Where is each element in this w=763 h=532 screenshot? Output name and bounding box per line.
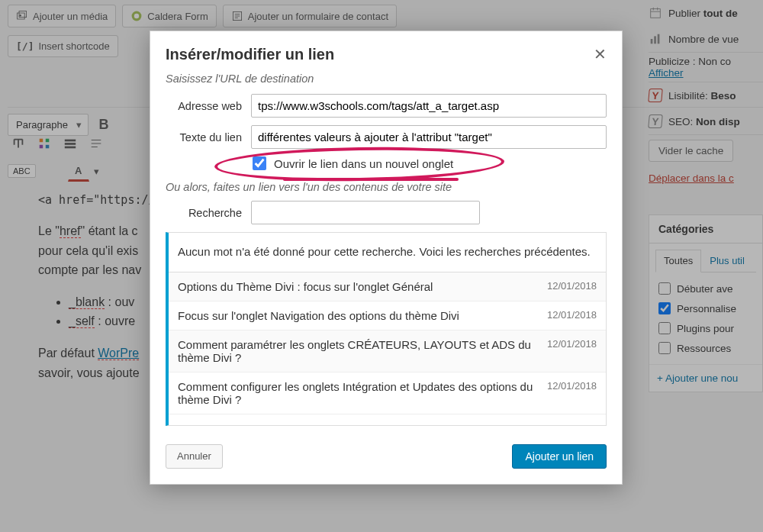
search-label: Recherche xyxy=(166,207,242,219)
close-icon[interactable]: ✕ xyxy=(594,45,607,63)
cancel-button[interactable]: Annuler xyxy=(166,444,223,469)
result-item[interactable]: Comment configurer les onglets Intégrati… xyxy=(169,372,606,414)
no-results-msg: Aucun mot n'a été donné pour cette reche… xyxy=(169,233,606,272)
result-item-partial: · · · xyxy=(169,414,606,425)
link-text-input[interactable] xyxy=(251,125,607,149)
modal-hint: Saisissez l'URL de destination xyxy=(166,73,607,85)
url-input[interactable] xyxy=(251,94,607,118)
result-item[interactable]: Comment paramétrer les onglets CRÉATEURS… xyxy=(169,330,606,372)
modal-title: Insérer/modifier un lien xyxy=(166,46,334,63)
search-input[interactable] xyxy=(251,201,480,224)
highlight-annotation xyxy=(283,178,459,181)
result-item[interactable]: Focus sur l'onglet Navigation des option… xyxy=(169,301,606,330)
result-item[interactable]: Options du Thème Divi : focus sur l'ongl… xyxy=(169,272,606,301)
url-label: Adresse web xyxy=(166,100,242,112)
link-modal: Insérer/modifier un lien ✕ Saisissez l'U… xyxy=(150,31,623,485)
submit-button[interactable]: Ajouter un lien xyxy=(512,444,607,469)
modal-hint-2: Ou alors, faites un lien vers l'un des c… xyxy=(166,181,607,193)
link-text-label: Texte du lien xyxy=(166,131,242,143)
search-results: Aucun mot n'a été donné pour cette reche… xyxy=(166,232,607,426)
